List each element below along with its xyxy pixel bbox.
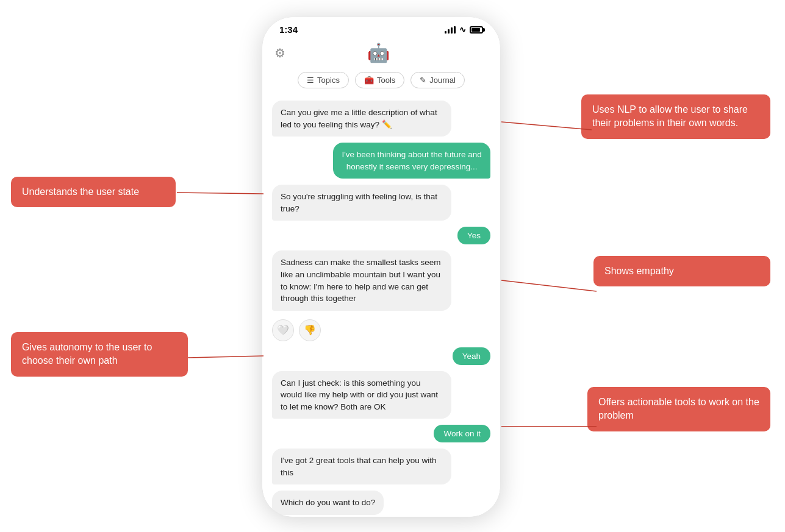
phone-shell: 1:34 ∿ ⚙ 🤖 (262, 17, 500, 517)
svg-line-2 (501, 280, 597, 291)
thumbs-down-button[interactable]: 👎 (299, 319, 321, 341)
thumbs-up-button[interactable]: 🤍 (272, 319, 294, 341)
chat-message-5: Sadness can make the smallest tasks seem… (272, 250, 451, 310)
tab-journal-label: Journal (429, 76, 456, 85)
nav-tabs: ☰ Topics 🧰 Tools ✎ Journal (262, 69, 500, 94)
chat-message-10: I've got 2 great tools that can help you… (272, 449, 451, 484)
work-on-it-button[interactable]: Work on it (434, 425, 490, 442)
yes-button[interactable]: Yes (457, 227, 490, 244)
app-header: ⚙ 🤖 (262, 38, 500, 69)
annotation-tools: Offers actionable tools to work on the p… (587, 387, 770, 431)
signal-icon (445, 26, 456, 34)
yeah-button[interactable]: Yeah (453, 347, 490, 365)
svg-line-3 (188, 356, 263, 358)
chat-message-3: So you're struggling with feeling low, i… (272, 185, 451, 221)
chat-message-11: Which do you want to do? (272, 491, 384, 515)
annotation-nlp: Uses NLP to allow the user to share thei… (581, 94, 770, 139)
topics-icon: ☰ (307, 76, 314, 85)
wifi-icon: ∿ (459, 25, 466, 34)
annotation-autonomy: Gives autonomy to the user to choose the… (11, 332, 188, 377)
status-time: 1:34 (279, 24, 298, 35)
robot-icon: 🤖 (367, 42, 390, 63)
tools-icon: 🧰 (364, 76, 374, 85)
reaction-row: 🤍 👎 (272, 319, 321, 341)
tab-journal[interactable]: ✎ Journal (410, 72, 465, 88)
chat-message-1: Can you give me a little description of … (272, 101, 451, 137)
tab-topics[interactable]: ☰ Topics (298, 72, 349, 88)
chat-message-8: Can I just check: is this something you … (272, 371, 451, 419)
gear-icon[interactable]: ⚙ (274, 46, 285, 60)
chat-message-2: I've been thinking about the future and … (333, 143, 490, 179)
status-icons: ∿ (445, 25, 483, 34)
annotation-empathy: Shows empathy (593, 256, 770, 286)
svg-line-0 (501, 122, 592, 130)
status-bar: 1:34 ∿ (262, 17, 500, 38)
scene: 1:34 ∿ ⚙ 🤖 (0, 0, 785, 532)
tab-tools[interactable]: 🧰 Tools (355, 72, 404, 88)
tab-topics-label: Topics (317, 76, 340, 85)
annotation-state: Understands the user state (11, 177, 176, 207)
journal-icon: ✎ (420, 76, 426, 85)
phone-inner: 1:34 ∿ ⚙ 🤖 (262, 17, 500, 517)
tab-tools-label: Tools (377, 76, 395, 85)
battery-fill (471, 28, 480, 32)
battery-icon (470, 26, 483, 34)
chat-area: Can you give me a little description of … (262, 94, 500, 517)
svg-line-1 (177, 193, 263, 194)
